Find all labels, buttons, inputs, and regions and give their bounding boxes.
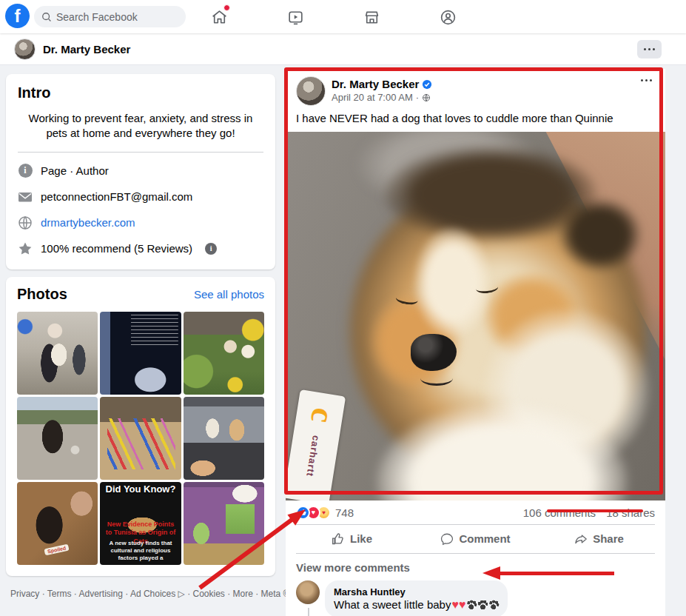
- heart-emojis: ♥♥: [451, 598, 465, 612]
- page-more-button[interactable]: [637, 40, 662, 58]
- photo-thumb-xray[interactable]: [100, 312, 181, 395]
- intro-row-page-type: i Page · Author: [18, 164, 263, 178]
- page-email: petconnectionFBT@gmail.com: [41, 190, 192, 203]
- star-icon: [18, 241, 33, 256]
- intro-row-website: drmartybecker.com: [18, 215, 263, 230]
- left-sidebar: Intro Working to prevent fear, anxiety, …: [6, 74, 275, 599]
- post-photo-dog-cuddling[interactable]: c carhartt: [286, 132, 665, 500]
- post-timestamp[interactable]: April 20 at 7:00 AM: [332, 92, 413, 103]
- share-label: Share: [593, 532, 624, 545]
- search-input[interactable]: [56, 11, 167, 23]
- comment-text: What a sweet little baby: [334, 598, 451, 611]
- shares-count[interactable]: 18 shares: [606, 506, 655, 519]
- envelope-icon: [18, 190, 33, 204]
- photo-thumb-garden-dogs[interactable]: [184, 312, 264, 395]
- like-reaction-icon: [296, 506, 310, 520]
- photo-thumb-mule[interactable]: [17, 397, 98, 480]
- reaction-count[interactable]: 748: [335, 506, 354, 519]
- footer-link-cookies[interactable]: Cookies: [192, 589, 232, 599]
- photo-thumb-cat-article[interactable]: Did You Know? New Evidence Points to Tun…: [100, 482, 181, 565]
- marketplace-tab[interactable]: [359, 6, 384, 28]
- like-icon: [332, 532, 345, 546]
- footer-links: PrivacyTermsAdvertisingAd Choices ▷Cooki…: [6, 589, 275, 599]
- page-bio: Working to prevent fear, anxiety, and st…: [18, 111, 263, 141]
- post-author-name[interactable]: Dr. Marty Becker: [332, 78, 419, 90]
- page-title[interactable]: Dr. Marty Becker: [43, 43, 130, 56]
- reaction-icons[interactable]: ♥ ♥: [296, 506, 331, 520]
- treat-label: Spoiled: [44, 544, 70, 556]
- intro-card: Intro Working to prevent fear, anxiety, …: [6, 74, 275, 270]
- post-action-bar: Like Comment Share: [286, 525, 665, 553]
- public-globe-icon: [422, 93, 431, 102]
- comment-author-name[interactable]: Marsha Huntley: [334, 586, 499, 597]
- comment-item: Marsha Huntley What a sweet little baby♥…: [286, 577, 665, 616]
- paw-emoji: [478, 600, 488, 609]
- like-button[interactable]: Like: [290, 528, 414, 550]
- like-label: Like: [350, 532, 372, 545]
- groups-icon: [439, 8, 457, 27]
- info-icon[interactable]: i: [205, 243, 217, 255]
- post-card: Dr. Marty Becker April 20 at 7:00 AM: [286, 69, 665, 616]
- reply-thread-line: [308, 608, 318, 616]
- groups-tab[interactable]: [435, 6, 460, 28]
- photo-thumb-agility-poles[interactable]: [100, 397, 181, 480]
- article-title: Did You Know?: [100, 483, 181, 495]
- carhartt-logo: c: [300, 404, 340, 424]
- paw-emoji: [466, 599, 478, 610]
- more-icon: [644, 48, 655, 50]
- watch-tab[interactable]: [283, 6, 308, 28]
- paw-emoji: [488, 599, 500, 610]
- top-nav-bar: f: [0, 0, 686, 33]
- intro-row-email: petconnectionFBT@gmail.com: [18, 190, 263, 204]
- home-tab[interactable]: [206, 6, 232, 28]
- photo-thumb-clinic[interactable]: [17, 312, 98, 395]
- page-type-text: Page · Author: [41, 164, 109, 177]
- footer-link-more[interactable]: More: [233, 589, 261, 599]
- comment-author-avatar[interactable]: [296, 580, 320, 604]
- intro-row-reviews: 100% recommend (5 Reviews) i: [18, 241, 263, 256]
- photo-grid: Spoiled Did You Know? New Evidence Point…: [17, 312, 264, 565]
- comment-button[interactable]: Comment: [414, 528, 537, 550]
- photo-thumb-comic[interactable]: [184, 482, 264, 565]
- carhartt-label: carhartt: [304, 435, 322, 478]
- share-button[interactable]: Share: [537, 528, 661, 550]
- search-bar[interactable]: [34, 6, 186, 27]
- see-all-photos-link[interactable]: See all photos: [194, 288, 264, 301]
- marketplace-icon: [363, 8, 381, 27]
- post-more-button[interactable]: [641, 79, 652, 81]
- article-subtext: A new study finds that cultural and reli…: [103, 540, 178, 563]
- footer-link-terms[interactable]: Terms: [47, 589, 79, 599]
- reviews-text[interactable]: 100% recommend (5 Reviews): [41, 242, 192, 255]
- dog-ear-right: [559, 198, 642, 272]
- photos-card: Photos See all photos Spoiled Did You Kn…: [6, 277, 275, 576]
- photo-thumb-puppy[interactable]: Spoiled: [17, 482, 98, 565]
- share-icon: [574, 532, 588, 546]
- comment-label: Comment: [459, 532, 510, 545]
- page-avatar[interactable]: [14, 38, 36, 60]
- comment-icon: [440, 532, 454, 546]
- comment-bubble[interactable]: Marsha Huntley What a sweet little baby♥…: [325, 580, 508, 616]
- footer-link-advertising[interactable]: Advertising: [78, 589, 130, 599]
- watch-icon: [286, 8, 305, 27]
- footer-link-adchoices[interactable]: Ad Choices ▷: [130, 589, 193, 599]
- home-notification-dot: [223, 4, 230, 11]
- post-author-avatar[interactable]: [296, 76, 326, 106]
- page-website-link[interactable]: drmartybecker.com: [41, 216, 135, 229]
- dot-separator: [416, 92, 419, 103]
- facebook-logo[interactable]: f: [5, 4, 30, 28]
- photo-thumb-dogs-in-car[interactable]: [184, 397, 264, 480]
- globe-icon: [18, 215, 33, 230]
- footer-link-privacy[interactable]: Privacy: [10, 589, 47, 599]
- comments-count[interactable]: 106 comments: [523, 506, 596, 519]
- carhartt-tag: c carhartt: [286, 389, 346, 500]
- post-stats-row: ♥ ♥ 748 106 comments 18 shares: [286, 500, 665, 524]
- post-text: I have NEVER had a dog that loves to cud…: [286, 106, 665, 132]
- search-icon: [41, 12, 52, 22]
- dog-blaze: [414, 227, 491, 338]
- post-header: Dr. Marty Becker April 20 at 7:00 AM: [286, 69, 665, 106]
- info-circle-icon: i: [18, 164, 33, 178]
- view-more-comments-link[interactable]: View more comments: [286, 554, 665, 577]
- verified-badge-icon: [422, 79, 432, 90]
- intro-title: Intro: [18, 84, 263, 101]
- photos-title: Photos: [17, 286, 67, 303]
